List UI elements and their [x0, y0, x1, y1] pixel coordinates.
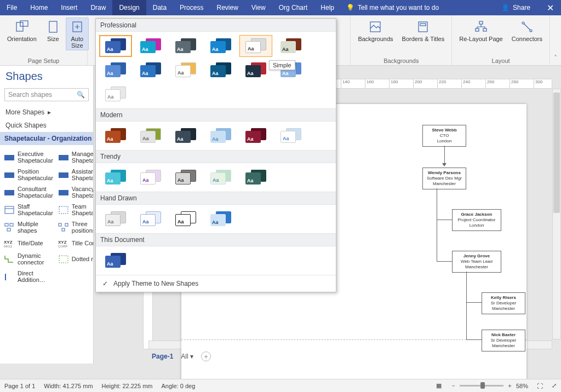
backgrounds-button[interactable]: Backgrounds: [354, 18, 397, 44]
share-button[interactable]: 👤 Share: [493, 0, 539, 15]
shape-item[interactable]: Multiple shapes: [1, 218, 55, 236]
shapes-search[interactable]: Search shapes 🔍: [4, 88, 89, 101]
theme-swatch[interactable]: [99, 59, 132, 81]
section-thisdoc: This Document: [96, 233, 336, 246]
svg-rect-6: [420, 24, 426, 26]
theme-swatch[interactable]: [204, 166, 237, 188]
theme-swatch[interactable]: [169, 35, 202, 57]
theme-swatch[interactable]: [99, 83, 132, 105]
svg-rect-13: [59, 155, 68, 160]
tab-file[interactable]: File: [0, 0, 24, 15]
shape-item[interactable]: Team Shapetacular: [55, 201, 94, 218]
svg-text:04/12: 04/12: [4, 245, 13, 248]
tab-help[interactable]: Help: [314, 0, 341, 15]
org-node[interactable]: Wendy Parsons Software Dev Mgr Mancheste…: [422, 168, 466, 189]
fit-page-icon[interactable]: ⛶: [537, 383, 543, 389]
theme-swatch[interactable]: [99, 250, 132, 272]
section-handdrawn: Hand Drawn: [96, 192, 336, 205]
theme-swatch[interactable]: [274, 35, 307, 57]
tell-me[interactable]: 💡 Tell me what you want to do: [341, 0, 444, 15]
tab-process[interactable]: Process: [173, 0, 210, 15]
tab-data[interactable]: Data: [146, 0, 173, 15]
theme-swatch[interactable]: [169, 166, 202, 188]
tab-orgchart[interactable]: Org Chart: [272, 0, 314, 15]
ribbon-collapse[interactable]: ˄: [550, 15, 561, 65]
theme-swatch[interactable]: [99, 208, 132, 230]
tab-design[interactable]: Design: [112, 0, 146, 15]
borders-titles-button[interactable]: Borders & Titles: [398, 18, 449, 44]
org-node[interactable]: Grace Jackson Project Coordinator London: [452, 209, 501, 231]
size-button[interactable]: Size: [42, 18, 65, 44]
shape-item[interactable]: XYZCORPTitle Corp: [55, 236, 94, 250]
shape-item[interactable]: Dynamic connector: [1, 250, 55, 268]
shape-item[interactable]: Executive Shapetacular: [1, 148, 55, 166]
zoom-control[interactable]: － ＋ 58%: [450, 382, 528, 390]
theme-swatch[interactable]: [239, 35, 272, 57]
tab-view[interactable]: View: [245, 0, 272, 15]
shape-item[interactable]: Three positions: [55, 218, 94, 236]
theme-swatch[interactable]: [99, 125, 132, 147]
theme-swatch[interactable]: [204, 59, 237, 81]
org-node[interactable]: Kelly Risers Sr Developer Manchester: [482, 292, 525, 314]
theme-swatch[interactable]: [134, 59, 167, 81]
window-close[interactable]: ✕: [539, 0, 561, 15]
zoom-slider[interactable]: [460, 385, 503, 387]
theme-swatch[interactable]: [274, 125, 307, 147]
theme-swatch[interactable]: [204, 125, 237, 147]
stencil-header[interactable]: Shapetacular - Organization Chart: [0, 132, 93, 145]
shape-item[interactable]: Position Shapetacular: [1, 166, 55, 183]
tab-draw[interactable]: Draw: [84, 0, 112, 15]
org-node[interactable]: Nick Baxter Sr Developer Manchester: [482, 330, 525, 351]
shape-icon: [58, 222, 70, 232]
org-node[interactable]: Steve Webb CTO London: [422, 125, 466, 147]
zoom-in-icon[interactable]: ＋: [507, 382, 513, 390]
orientation-button[interactable]: Orientation: [3, 18, 41, 44]
page-tab-all[interactable]: All ▾: [181, 353, 193, 360]
shape-item[interactable]: Direct Addition…: [1, 268, 55, 285]
shapes-pane: Shapes Search shapes 🔍 More Shapes ▸ Qui…: [0, 66, 94, 364]
shape-item[interactable]: XYZ04/12Title/Date: [1, 236, 55, 250]
svg-rect-14: [4, 172, 14, 178]
shape-item[interactable]: Assistant Shapetacular: [55, 166, 94, 183]
theme-swatch[interactable]: [134, 125, 167, 147]
theme-swatch[interactable]: [239, 59, 272, 81]
quick-shapes[interactable]: Quick Shapes: [0, 119, 93, 132]
add-page-button[interactable]: ＋: [201, 351, 211, 361]
shape-icon: [3, 152, 15, 162]
theme-swatch[interactable]: [239, 166, 272, 188]
shape-item[interactable]: Dotted report: [55, 250, 94, 268]
shape-item[interactable]: Staff Shapetacular: [1, 201, 55, 218]
autosize-button[interactable]: Auto Size: [66, 18, 89, 50]
theme-swatch[interactable]: [239, 125, 272, 147]
more-shapes[interactable]: More Shapes ▸: [0, 106, 93, 119]
theme-swatch[interactable]: [169, 208, 202, 230]
tab-home[interactable]: Home: [24, 0, 54, 15]
org-node[interactable]: Jenny Grove Web Team Lead Manchester: [452, 251, 501, 273]
theme-swatch[interactable]: [134, 35, 167, 57]
shape-icon: [3, 222, 15, 232]
fullscreen-icon[interactable]: ⤢: [552, 382, 557, 389]
theme-swatch[interactable]: [134, 208, 167, 230]
theme-swatch[interactable]: [169, 59, 202, 81]
tab-review[interactable]: Review: [210, 0, 244, 15]
shape-icon: [3, 254, 15, 264]
theme-swatch[interactable]: [169, 125, 202, 147]
tab-insert[interactable]: Insert: [54, 0, 84, 15]
connectors-button[interactable]: Connectors: [508, 18, 546, 44]
shape-icon: [58, 272, 70, 281]
theme-swatch[interactable]: [204, 35, 237, 57]
theme-swatch[interactable]: [99, 35, 132, 57]
relayout-button[interactable]: Re-Layout Page: [455, 18, 507, 44]
scrollbar-vertical[interactable]: [552, 89, 561, 339]
shape-item[interactable]: Vacancy Shapetacular: [55, 183, 94, 201]
theme-swatch[interactable]: [99, 166, 132, 188]
page-tab-1[interactable]: Page-1: [152, 353, 173, 360]
presentation-icon[interactable]: ▦: [436, 382, 442, 389]
theme-swatch[interactable]: [134, 166, 167, 188]
theme-swatch[interactable]: [204, 208, 237, 230]
shape-icon: [3, 187, 15, 197]
zoom-out-icon[interactable]: －: [450, 382, 456, 390]
shape-item[interactable]: Consultant Shapetacular: [1, 183, 55, 201]
apply-theme-new-shapes[interactable]: ✓ Apply Theme to New Shapes: [96, 275, 336, 292]
shape-item[interactable]: Manager Shapetacular: [55, 148, 94, 166]
